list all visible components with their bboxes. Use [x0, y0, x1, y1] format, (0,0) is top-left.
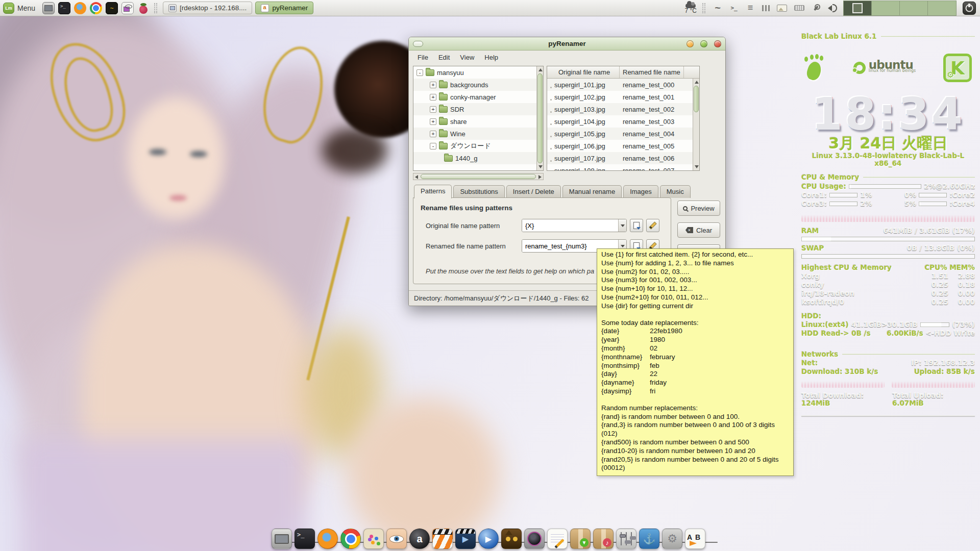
menu-item[interactable]: File: [413, 52, 433, 63]
workspace-cell[interactable]: [928, 1, 956, 15]
launcher-icon[interactable]: >_: [58, 2, 70, 14]
tree-expander[interactable]: +: [430, 94, 436, 101]
file-row[interactable]: supergirl_105.jpg rename_test_004: [547, 128, 699, 140]
tree-row[interactable]: + Wine: [413, 128, 543, 140]
tree-expander[interactable]: +: [430, 106, 436, 113]
tab[interactable]: Patterns: [414, 185, 452, 198]
tree-row[interactable]: - ダウンロード: [413, 140, 543, 152]
tray-icon[interactable]: [713, 4, 722, 13]
scroll-down-arrow[interactable]: [538, 165, 543, 168]
tree-row[interactable]: + conky-manager: [413, 91, 543, 103]
dock-icon[interactable]: [340, 529, 361, 549]
file-row[interactable]: supergirl_104.jpg rename_test_003: [547, 115, 699, 128]
dock-icon[interactable]: [524, 529, 545, 549]
file-row[interactable]: supergirl_106.jpg rename_test_005: [547, 140, 699, 152]
scroll-thumb[interactable]: [421, 174, 536, 179]
power-button[interactable]: [963, 2, 976, 15]
dock-icon[interactable]: AB: [685, 529, 705, 549]
tree-expander[interactable]: +: [430, 82, 436, 88]
pattern-edit-button[interactable]: [646, 219, 659, 232]
dock-icon[interactable]: ▶: [478, 529, 499, 549]
file-row[interactable]: supergirl_101.jpg rename_test_000: [547, 79, 699, 91]
column-original[interactable]: Original file name: [547, 66, 620, 78]
clear-button[interactable]: × Clear: [677, 222, 720, 238]
dock-icon[interactable]: [386, 529, 407, 549]
scroll-left-arrow[interactable]: [415, 175, 418, 179]
dock-icon[interactable]: ♪: [593, 529, 614, 549]
weather-applet[interactable]: 7 °C: [682, 2, 700, 14]
original-pattern-input[interactable]: [522, 219, 618, 232]
tab[interactable]: Images: [623, 185, 658, 198]
workspace-cell[interactable]: [872, 1, 900, 15]
dock-icon[interactable]: [317, 529, 338, 549]
tray-icon[interactable]: [828, 4, 837, 13]
dock-icon[interactable]: ▼: [570, 529, 591, 549]
panel-grip[interactable]: [702, 3, 705, 13]
tab[interactable]: Manual rename: [562, 185, 622, 198]
tree-row[interactable]: + SDR: [413, 103, 543, 115]
tree-expander[interactable]: +: [430, 118, 436, 125]
list-vertical-scrollbar[interactable]: [693, 79, 699, 170]
dock-icon[interactable]: a: [409, 529, 430, 549]
tree-row[interactable]: + share: [413, 115, 543, 128]
close-button[interactable]: [714, 40, 721, 47]
dock-icon[interactable]: [547, 529, 568, 549]
maximize-button[interactable]: [700, 40, 707, 47]
dock-icon[interactable]: [363, 529, 384, 549]
tree-row[interactable]: 1440_g: [413, 152, 543, 164]
menu-button[interactable]: Lm Menu: [0, 0, 40, 16]
dock-icon[interactable]: ⚙: [662, 529, 682, 549]
tree-expander[interactable]: +: [430, 131, 436, 137]
tree-vertical-scrollbar[interactable]: [536, 66, 543, 170]
launcher-icon[interactable]: [42, 2, 55, 14]
dock-icon[interactable]: [616, 529, 636, 549]
tray-icon[interactable]: [777, 5, 787, 12]
tab[interactable]: Insert / Delete: [506, 185, 561, 198]
file-row[interactable]: supergirl_102.jpg rename_test_001: [547, 91, 699, 103]
scroll-thumb[interactable]: [694, 86, 699, 112]
titlebar[interactable]: pyRenamer: [409, 37, 725, 51]
workspace-cell[interactable]: [844, 1, 872, 15]
tree-expander[interactable]: -: [416, 69, 423, 76]
scroll-up-arrow[interactable]: [695, 81, 699, 84]
minimize-button[interactable]: [687, 40, 694, 47]
dock-icon[interactable]: ⚓: [639, 529, 659, 549]
tab[interactable]: Substitutions: [453, 185, 504, 198]
menu-item[interactable]: View: [455, 52, 479, 63]
tree-row[interactable]: + backgrounds: [413, 79, 543, 91]
workspace-cell[interactable]: [900, 1, 928, 15]
launcher-icon[interactable]: ~: [106, 2, 118, 14]
file-row[interactable]: supergirl_107.jpg rename_test_006: [547, 152, 699, 164]
file-row[interactable]: supergirl_108.jpg rename_test_007: [547, 164, 699, 171]
panel-grip[interactable]: [154, 3, 157, 13]
launcher-icon[interactable]: [137, 2, 150, 14]
launcher-icon[interactable]: [121, 2, 134, 14]
dock-icon[interactable]: [272, 529, 292, 549]
preview-button[interactable]: Preview: [677, 201, 720, 216]
taskbar-window-button[interactable]: pyRenamer: [255, 2, 313, 14]
launcher-icon[interactable]: [90, 2, 102, 14]
pattern-insert-button[interactable]: [630, 219, 643, 232]
file-row[interactable]: supergirl_103.jpg rename_test_002: [547, 103, 699, 115]
tree-row[interactable]: - mansyuu: [413, 66, 543, 79]
scroll-thumb[interactable]: [537, 73, 543, 163]
tray-icon[interactable]: [794, 5, 804, 11]
column-renamed[interactable]: Renamed file name: [620, 66, 684, 78]
tray-icon[interactable]: [812, 4, 821, 13]
menu-item[interactable]: Help: [480, 52, 503, 63]
tray-icon[interactable]: [746, 4, 755, 13]
tree-horizontal-scrollbar[interactable]: [413, 173, 544, 180]
menu-item[interactable]: Edit: [434, 52, 454, 63]
combo-dropdown-arrow[interactable]: [618, 219, 626, 232]
tray-icon[interactable]: [762, 5, 770, 11]
dock-icon[interactable]: >_: [295, 529, 315, 549]
taskbar-window-button[interactable]: [rdesktop - 192.168....: [163, 2, 252, 14]
tree-expander[interactable]: -: [430, 143, 436, 149]
dock-icon[interactable]: [432, 529, 453, 549]
tray-icon[interactable]: [729, 4, 739, 13]
scroll-right-arrow[interactable]: [538, 175, 542, 179]
scroll-down-arrow[interactable]: [695, 165, 699, 168]
dock-icon[interactable]: ▶: [455, 529, 476, 549]
scroll-up-arrow[interactable]: [538, 68, 543, 71]
launcher-icon[interactable]: [74, 2, 86, 14]
